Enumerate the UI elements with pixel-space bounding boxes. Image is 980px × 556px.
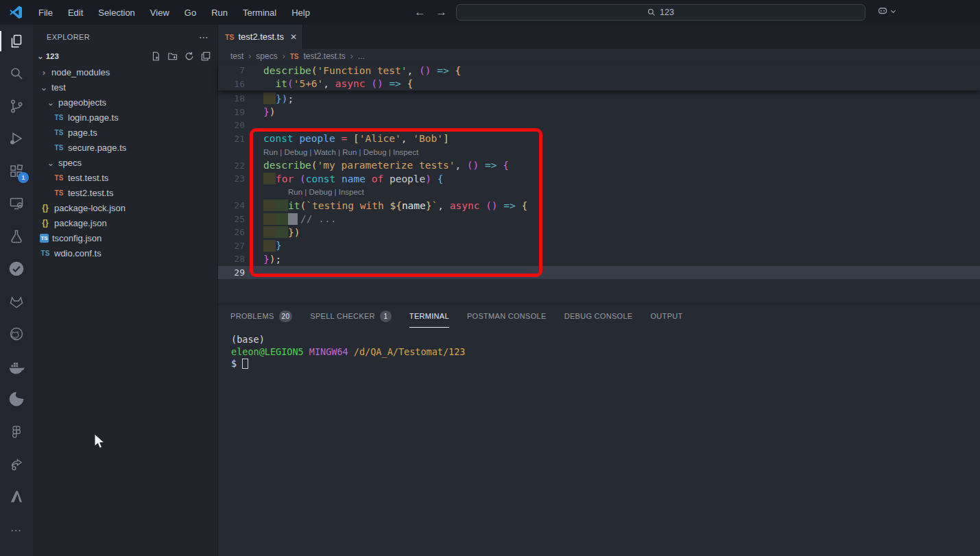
- menu-run[interactable]: Run: [205, 5, 234, 21]
- activity-live-share-icon[interactable]: [0, 448, 33, 481]
- tree-item-page-ts[interactable]: TSpage.ts: [33, 125, 217, 140]
- panel-tab-label: DEBUG CONSOLE: [564, 304, 633, 328]
- codelens-row[interactable]: Run | Debug | Inspect: [218, 186, 980, 200]
- new-file-icon[interactable]: [151, 51, 160, 61]
- breadcrumb-item[interactable]: specs: [256, 51, 277, 61]
- activity-gitlab-icon[interactable]: [0, 285, 33, 318]
- activity-remote-explorer-icon[interactable]: [0, 188, 33, 221]
- line-number: 18: [218, 93, 250, 104]
- panel-tab-problems[interactable]: PROBLEMS20: [230, 304, 292, 328]
- terminal-line: eleon@LEGION5 MINGW64 /d/QA_A/Testomat/1…: [231, 346, 980, 359]
- activity-explorer-icon[interactable]: [0, 25, 33, 58]
- activity-check-extension-icon[interactable]: [0, 253, 33, 286]
- activity-docker-icon[interactable]: [0, 350, 33, 383]
- vscode-logo-icon: [9, 5, 23, 19]
- copilot-menu[interactable]: [877, 5, 896, 16]
- activity-extensions-icon[interactable]: 1: [0, 155, 33, 188]
- code-line-27: 27}: [218, 239, 980, 253]
- line-number: 28: [218, 254, 250, 264]
- collapse-all-icon[interactable]: [201, 51, 211, 61]
- tree-item-test[interactable]: ⌄test: [33, 80, 217, 95]
- codelens-row[interactable]: Run | Debug | Watch | Run | Debug | Insp…: [218, 145, 980, 159]
- close-tab-icon[interactable]: ✕: [290, 32, 297, 42]
- panel-tab-label: TERMINAL: [409, 304, 449, 328]
- terminal-output[interactable]: (base)eleon@LEGION5 MINGW64 /d/QA_A/Test…: [218, 328, 980, 370]
- copilot-icon: [877, 5, 888, 16]
- tree-item-secure-page-ts[interactable]: TSsecure.page.ts: [33, 140, 217, 155]
- tree-item-label: wdio.conf.ts: [54, 248, 101, 258]
- tree-item-node-modules[interactable]: ›node_modules: [33, 64, 217, 80]
- sidebar-more-actions[interactable]: ⋯: [199, 32, 209, 43]
- activity-github-icon[interactable]: [0, 318, 33, 351]
- menu-view[interactable]: View: [144, 5, 176, 21]
- code-text: // ...: [250, 213, 336, 225]
- code-editor[interactable]: 7describe('Function test', () => {16 it(…: [218, 64, 980, 304]
- tab-test2-test-ts[interactable]: TS test2.test.ts ✕: [218, 25, 303, 49]
- indent-highlight: [263, 200, 276, 211]
- tree-item-specs[interactable]: ⌄specs: [33, 155, 217, 170]
- activity-bar: 1⋯: [0, 25, 33, 556]
- activity-more[interactable]: ⋯: [0, 513, 33, 546]
- command-center-search[interactable]: 123: [456, 4, 865, 21]
- panel-tab-debug-console[interactable]: DEBUG CONSOLE: [564, 304, 633, 328]
- menu-go[interactable]: Go: [178, 5, 202, 21]
- tree-item-test-test-ts[interactable]: TStest.test.ts: [33, 170, 217, 185]
- breadcrumb-item[interactable]: ...: [358, 51, 365, 61]
- activity-run-debug-icon[interactable]: [0, 123, 33, 156]
- editor-tabs: TS test2.test.ts ✕: [218, 25, 980, 49]
- breadcrumb: test›specs›TStest2.test.ts›...: [218, 49, 980, 64]
- tree-item-test2-test-ts[interactable]: TStest2.test.ts: [33, 185, 217, 200]
- panel-tab-label: PROBLEMS: [230, 304, 274, 328]
- menu-edit[interactable]: Edit: [62, 5, 89, 21]
- activity-pie-extension-icon[interactable]: [0, 383, 33, 416]
- panel-tab-postman-console[interactable]: POSTMAN CONSOLE: [467, 304, 547, 328]
- breadcrumb-item[interactable]: test: [230, 51, 243, 61]
- folder-section-header[interactable]: ⌄ 123: [33, 49, 217, 64]
- refresh-icon[interactable]: [184, 51, 194, 61]
- root-folder-name: 123: [46, 52, 59, 60]
- tree-item-tsconfig-json[interactable]: TStsconfig.json: [33, 230, 217, 245]
- new-folder-icon[interactable]: [167, 51, 178, 61]
- menu-help[interactable]: Help: [285, 5, 316, 21]
- code-text: });: [250, 254, 281, 265]
- tab-label: test2.test.ts: [238, 32, 283, 42]
- tree-item-label: package.json: [54, 218, 107, 228]
- tree-item-label: test: [51, 82, 66, 93]
- code-text: }): [250, 226, 300, 238]
- line-number: 16: [218, 79, 250, 89]
- activity-testing-icon[interactable]: [0, 220, 33, 253]
- menu-selection[interactable]: Selection: [92, 5, 141, 21]
- code-line-19: 19}): [218, 106, 980, 119]
- code-line-7: 7describe('Function test', () => {: [218, 64, 980, 77]
- tree-item-label: pageobjects: [58, 97, 106, 108]
- breadcrumb-item[interactable]: test2.test.ts: [303, 51, 345, 61]
- code-line-24: 24it(`testing with ${name}`, async () =>…: [218, 199, 980, 213]
- activity-figma-icon[interactable]: [0, 415, 33, 448]
- code-line-28: 28});: [218, 252, 980, 266]
- tree-item-pageobjects[interactable]: ⌄pageobjects: [33, 95, 217, 110]
- panel-tab-label: POSTMAN CONSOLE: [467, 304, 547, 328]
- tree-item-login-page-ts[interactable]: TSlogin.page.ts: [33, 110, 217, 125]
- activity-azure-icon[interactable]: [0, 481, 33, 513]
- panel-tab-badge: 20: [279, 311, 293, 322]
- forward-arrow-icon[interactable]: →: [435, 5, 447, 19]
- tree-item-package-json[interactable]: {}package.json: [33, 215, 217, 230]
- activity-search-icon[interactable]: [0, 58, 33, 90]
- panel-tab-output[interactable]: OUTPUT: [651, 304, 683, 328]
- tree-item-label: package-lock.json: [54, 203, 126, 213]
- tree-item-package-lock-json[interactable]: {}package-lock.json: [33, 200, 217, 215]
- menu-file[interactable]: File: [32, 5, 59, 21]
- line-number: 26: [218, 227, 250, 237]
- file-type-icon: TS: [40, 234, 49, 243]
- activity-source-control-icon[interactable]: [0, 90, 33, 123]
- menu-terminal[interactable]: Terminal: [237, 5, 283, 21]
- panel-tab-spell-checker[interactable]: SPELL CHECKER1: [310, 304, 392, 328]
- code-line-22: 22describe('my parameterize tests', () =…: [218, 159, 980, 173]
- indent-highlight: [276, 213, 288, 225]
- tree-item-wdio-conf-ts[interactable]: TSwdio.conf.ts: [33, 245, 217, 261]
- back-arrow-icon[interactable]: ←: [414, 5, 426, 19]
- file-type-icon: TS: [53, 142, 64, 153]
- panel-tab-terminal[interactable]: TERMINAL: [409, 304, 449, 328]
- panel-tab-badge: 1: [380, 311, 392, 322]
- titlebar: FileEditSelectionViewGoRunTerminalHelp ←…: [0, 0, 980, 25]
